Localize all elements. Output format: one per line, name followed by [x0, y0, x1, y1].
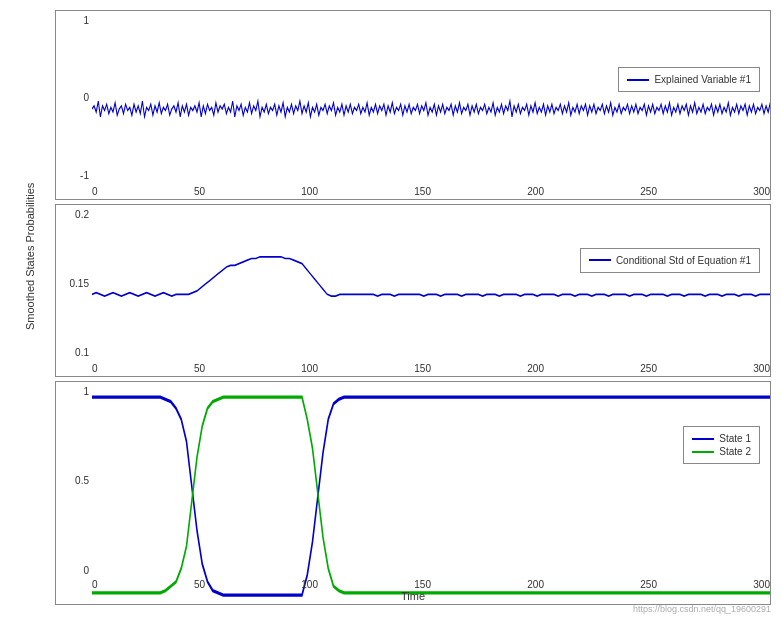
chart3-svg [92, 386, 771, 605]
y-axis-label: Smoothed States Probabilities [24, 290, 36, 330]
chart1-xticks: 0 50 100 150 200 250 300 [92, 186, 770, 197]
chart3-wrapper: 1 0.5 0 State 1 State 2 [55, 381, 771, 605]
chart2-wrapper: 0.2 0.15 0.1 Conditional Std of Equation… [55, 204, 771, 377]
chart3-yticks: 1 0.5 0 [56, 386, 92, 576]
chart1-yticks: 1 0 -1 [56, 15, 92, 181]
chart1-svg [92, 15, 771, 200]
chart1-panel: 1 0 -1 Explained Variable #1 0 [55, 10, 771, 200]
chart3-panel: 1 0.5 0 State 1 State 2 [55, 381, 771, 605]
chart3-xticks: 0 50 100 150 200 250 300 [92, 579, 770, 590]
chart2-svg [92, 209, 771, 377]
chart1-wrapper: 1 0 -1 Explained Variable #1 0 [55, 10, 771, 200]
x-axis-label: Time [56, 590, 770, 602]
main-container: Smoothed States Probabilities 1 0 -1 Exp… [0, 0, 781, 619]
chart2-panel: 0.2 0.15 0.1 Conditional Std of Equation… [55, 204, 771, 377]
chart2-yticks: 0.2 0.15 0.1 [56, 209, 92, 358]
watermark: https://blog.csdn.net/qq_19600291 [633, 604, 771, 614]
chart2-xticks: 0 50 100 150 200 250 300 [92, 363, 770, 374]
